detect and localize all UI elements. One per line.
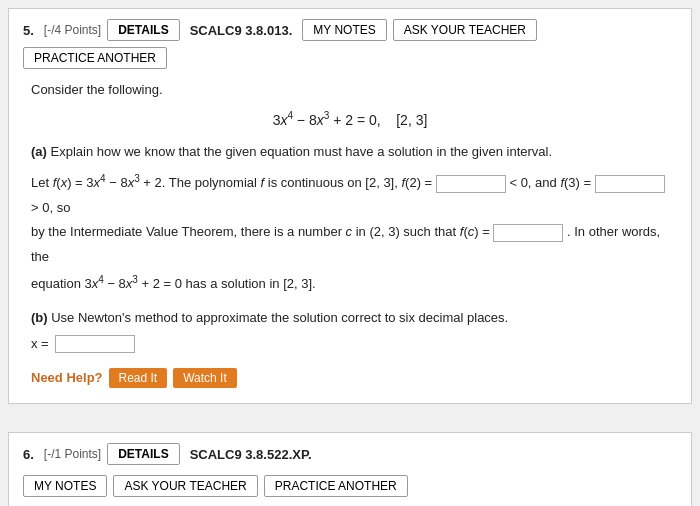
part-b-label: (b) Use Newton's method to approximate t… <box>31 307 669 329</box>
part-a-body: Let f(x) = 3x4 − 8x3 + 2. The polynomial… <box>31 169 669 297</box>
problem-body-1: Consider the following. 3x4 − 8x3 + 2 = … <box>23 79 677 389</box>
my-notes-button-2[interactable]: MY NOTES <box>23 475 107 497</box>
watch-it-button-1[interactable]: Watch It <box>173 368 237 388</box>
practice-another-button-1[interactable]: PRACTICE ANOTHER <box>23 47 167 69</box>
problem-card-2: 6. [-/1 Points] DETAILS SCALC9 3.8.522.X… <box>8 432 692 506</box>
x-eq-label-1: x = <box>31 333 49 355</box>
part-a-label: (a) Explain how we know that the given e… <box>31 141 669 163</box>
ask-teacher-button-2[interactable]: ASK YOUR TEACHER <box>113 475 257 497</box>
spacer <box>0 412 700 424</box>
f3-input[interactable] <box>595 175 665 193</box>
scalc-label-2: SCALC9 3.8.522.XP. <box>186 444 316 465</box>
f2-input[interactable] <box>436 175 506 193</box>
part-a-text: Explain how we know that the given equat… <box>51 144 553 159</box>
need-help-label-1: Need Help? <box>31 367 103 389</box>
x-value-input-1[interactable] <box>55 335 135 353</box>
my-notes-button-1[interactable]: MY NOTES <box>302 19 386 41</box>
ask-teacher-button-1[interactable]: ASK YOUR TEACHER <box>393 19 537 41</box>
problem-points-2: [-/1 Points] <box>44 447 101 461</box>
practice-another-button-2[interactable]: PRACTICE ANOTHER <box>264 475 408 497</box>
problem-points-1: [-/4 Points] <box>44 23 101 37</box>
scalc-label-1: SCALC9 3.8.013. <box>186 20 297 41</box>
fc-input[interactable] <box>493 224 563 242</box>
x-eq-row-1: x = <box>31 333 669 355</box>
problem-header-2: 6. [-/1 Points] DETAILS SCALC9 3.8.522.X… <box>23 443 677 465</box>
problem-card-1: 5. [-/4 Points] DETAILS SCALC9 3.8.013. … <box>8 8 692 404</box>
problem-number-2: 6. <box>23 447 34 462</box>
intro-text-1: Consider the following. <box>31 79 669 101</box>
part-b-text-1: Use Newton's method to approximate the s… <box>51 310 508 325</box>
details-button-2[interactable]: DETAILS <box>107 443 179 465</box>
problem-2-second-row: MY NOTES ASK YOUR TEACHER PRACTICE ANOTH… <box>23 475 677 497</box>
main-equation-1: 3x4 − 8x3 + 2 = 0, [2, 3] <box>31 107 669 132</box>
need-help-1: Need Help? Read It Watch It <box>31 367 669 389</box>
problem-header-1: 5. [-/4 Points] DETAILS SCALC9 3.8.013. … <box>23 19 677 69</box>
read-it-button-1[interactable]: Read It <box>109 368 168 388</box>
problem-number-1: 5. <box>23 23 34 38</box>
details-button-1[interactable]: DETAILS <box>107 19 179 41</box>
